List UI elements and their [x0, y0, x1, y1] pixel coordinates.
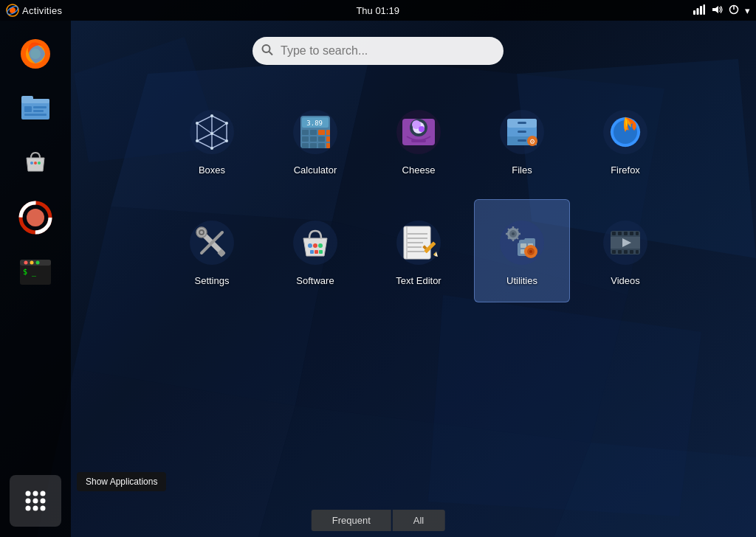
- boxes-label: Boxes: [199, 164, 225, 176]
- app-item-settings[interactable]: Settings: [164, 199, 260, 302]
- svg-text:$ _: $ _: [23, 268, 37, 277]
- svg-rect-159: [630, 250, 633, 254]
- svg-point-113: [313, 243, 317, 248]
- svg-point-63: [225, 122, 228, 125]
- tab-all[interactable]: All: [393, 510, 444, 531]
- boxes-icon: [185, 105, 238, 159]
- text-editor-label: Text Editor: [396, 275, 441, 286]
- app-item-cheese[interactable]: Cheese: [371, 89, 467, 192]
- svg-rect-153: [624, 232, 628, 235]
- svg-rect-160: [636, 250, 639, 254]
- svg-rect-81: [302, 143, 309, 148]
- activities-label[interactable]: Activities: [22, 5, 62, 16]
- app-item-utilities[interactable]: Utilities: [474, 199, 570, 302]
- svg-point-36: [27, 209, 44, 226]
- svg-point-40: [30, 261, 34, 265]
- svg-point-39: [24, 261, 28, 265]
- search-icon: [261, 44, 273, 58]
- app-item-boxes[interactable]: Boxes: [164, 89, 260, 192]
- text-editor-icon: [392, 216, 445, 269]
- cheese-icon: [392, 105, 445, 159]
- svg-point-30: [30, 162, 33, 164]
- apps-grid: Boxes 3.89: [96, 89, 741, 302]
- cheese-label: Cheese: [402, 164, 436, 176]
- network-icon[interactable]: [693, 4, 705, 17]
- show-applications-button[interactable]: [10, 475, 61, 527]
- svg-rect-155: [636, 232, 639, 235]
- svg-rect-27: [33, 110, 44, 112]
- svg-rect-79: [318, 136, 325, 142]
- settings-label: Settings: [195, 275, 230, 286]
- svg-point-64: [225, 139, 228, 142]
- videos-icon: [599, 216, 652, 269]
- svg-rect-154: [630, 232, 633, 235]
- search-container: [252, 37, 504, 65]
- app-item-videos[interactable]: Videos: [577, 199, 673, 302]
- svg-point-68: [210, 132, 213, 135]
- svg-point-51: [41, 506, 46, 511]
- svg-rect-15: [700, 6, 702, 15]
- app-item-firefox[interactable]: Firefox: [577, 89, 673, 192]
- videos-label: Videos: [611, 275, 640, 286]
- svg-line-139: [517, 238, 518, 239]
- sidebar-item-files[interactable]: [10, 83, 61, 134]
- sidebar-item-software[interactable]: [10, 137, 61, 189]
- svg-rect-158: [624, 250, 628, 254]
- svg-rect-82: [310, 143, 317, 148]
- svg-point-108: [196, 227, 207, 238]
- svg-rect-83: [318, 143, 325, 148]
- svg-point-52: [263, 45, 270, 52]
- svg-point-67: [196, 122, 199, 125]
- svg-point-148: [529, 250, 532, 253]
- svg-point-133: [512, 232, 515, 235]
- sidebar-item-help[interactable]: [10, 192, 61, 243]
- tab-frequent[interactable]: Frequent: [312, 510, 391, 531]
- bottom-tabs: Frequent All: [312, 510, 445, 531]
- svg-point-44: [33, 491, 38, 496]
- svg-rect-116: [315, 250, 318, 254]
- calculator-label: Calculator: [294, 164, 337, 176]
- svg-point-90: [419, 126, 425, 132]
- svg-point-112: [308, 243, 312, 248]
- sidebar-item-terminal[interactable]: $ _: [10, 246, 61, 298]
- svg-rect-98: [518, 131, 526, 133]
- svg-point-31: [34, 162, 37, 164]
- svg-line-141: [508, 238, 509, 239]
- svg-rect-74: [310, 130, 317, 135]
- svg-point-43: [26, 491, 31, 496]
- svg-rect-13: [693, 10, 695, 15]
- svg-line-138: [508, 229, 509, 230]
- show-applications-tooltip: Show Applications: [77, 472, 166, 491]
- svg-rect-99: [518, 139, 526, 142]
- sidebar-item-firefox[interactable]: [10, 28, 61, 80]
- svg-rect-142: [520, 243, 526, 248]
- app-item-text-editor[interactable]: Text Editor: [371, 199, 467, 302]
- files-label: Files: [512, 164, 532, 176]
- svg-rect-157: [618, 250, 622, 254]
- power-icon[interactable]: [729, 4, 739, 17]
- svg-rect-73: [302, 130, 309, 135]
- svg-rect-77: [302, 136, 309, 142]
- topbar-dropdown-icon[interactable]: ▾: [745, 5, 750, 16]
- firefox-label: Firefox: [611, 164, 640, 176]
- app-item-files[interactable]: ⚙ Files: [474, 89, 570, 192]
- svg-rect-29: [21, 96, 33, 101]
- topbar-time: Thu 01:19: [356, 5, 399, 16]
- svg-rect-14: [697, 8, 699, 15]
- svg-point-32: [38, 162, 41, 164]
- volume-icon[interactable]: [711, 4, 723, 17]
- svg-point-41: [36, 261, 40, 265]
- topbar: Activities Thu 01:19: [0, 0, 756, 21]
- svg-text:3.89: 3.89: [306, 119, 323, 127]
- topbar-left: Activities: [6, 4, 62, 17]
- files-icon: ⚙: [495, 105, 549, 159]
- firefox-icon: [599, 105, 652, 159]
- svg-rect-75: [318, 130, 325, 135]
- svg-point-65: [210, 147, 213, 150]
- svg-text:⚙: ⚙: [529, 138, 535, 145]
- app-item-calculator[interactable]: 3.89 Calculator: [267, 89, 363, 192]
- search-input[interactable]: [252, 37, 504, 65]
- app-item-software[interactable]: Software: [267, 199, 363, 302]
- utilities-label: Utilities: [506, 275, 537, 286]
- svg-marker-17: [712, 6, 718, 13]
